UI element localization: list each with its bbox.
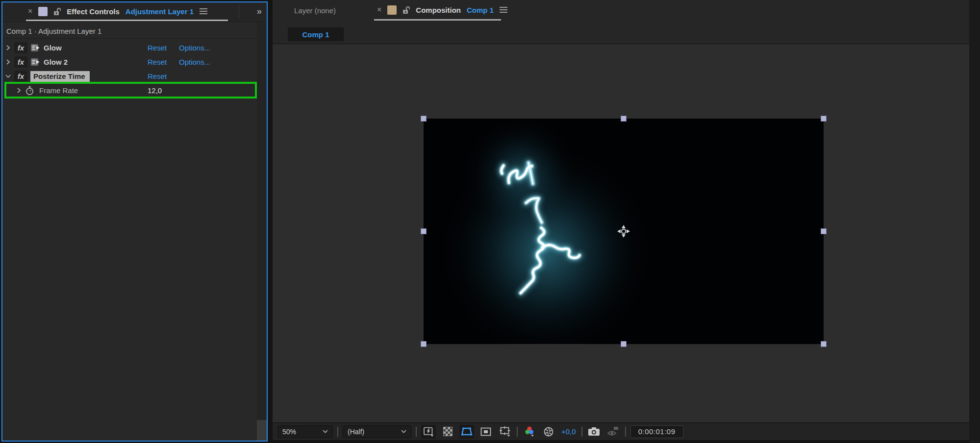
after-effects-window: × Effect Controls Adjustment Layer 1 » C… bbox=[0, 0, 980, 443]
mask-outline-icon bbox=[461, 427, 473, 437]
region-of-interest-button[interactable] bbox=[478, 425, 493, 439]
scrollbar-track[interactable] bbox=[257, 22, 267, 441]
twirl-right-icon[interactable] bbox=[1, 45, 14, 51]
viewer-tab-comp-1[interactable]: Comp 1 bbox=[288, 27, 344, 41]
tab-layer[interactable]: Layer (none) bbox=[294, 6, 336, 15]
effect-controls-tabbar: × Effect Controls Adjustment Layer 1 » bbox=[1, 1, 268, 22]
selection-handle-bottom-center[interactable] bbox=[621, 341, 627, 347]
toolbar-separator bbox=[581, 427, 582, 437]
resolution-value: (Half) bbox=[348, 428, 364, 436]
selection-handle-top-right[interactable] bbox=[821, 116, 827, 122]
toolbar-separator bbox=[517, 427, 518, 437]
twirl-right-icon[interactable] bbox=[1, 59, 14, 65]
options-link[interactable]: Options... bbox=[179, 44, 210, 52]
rgb-channels-icon bbox=[524, 426, 535, 437]
resolution-dropdown[interactable]: (Half) bbox=[343, 425, 411, 438]
magnification-value: 50% bbox=[282, 428, 296, 436]
unlock-icon[interactable] bbox=[53, 7, 61, 16]
panel-menu-icon[interactable] bbox=[500, 7, 507, 13]
composition-panel: Layer (none) × Composition Comp 1 Comp 1 bbox=[273, 0, 969, 440]
unlock-icon[interactable] bbox=[402, 6, 410, 14]
selection-handle-mid-right[interactable] bbox=[821, 228, 827, 234]
twirl-down-icon[interactable] bbox=[1, 74, 14, 78]
transparency-grid-button[interactable] bbox=[440, 425, 455, 439]
grid-guides-button[interactable] bbox=[498, 425, 512, 439]
viewer-toolbar: 50% (Half) bbox=[273, 422, 969, 440]
checkerboard-icon bbox=[443, 427, 452, 436]
panel-color-swatch bbox=[38, 7, 48, 16]
current-time-display[interactable]: 0:00:01:09 bbox=[630, 425, 683, 438]
reset-link[interactable]: Reset bbox=[148, 58, 167, 66]
effect-name[interactable]: Glow 2 bbox=[44, 58, 68, 66]
region-of-interest-icon bbox=[480, 427, 491, 436]
active-tab-underline bbox=[26, 20, 228, 21]
effect-controls-panel: × Effect Controls Adjustment Layer 1 » C… bbox=[1, 1, 268, 442]
active-tab-underline bbox=[374, 19, 501, 21]
selection-handle-mid-left[interactable] bbox=[421, 228, 427, 234]
tabbar-separator bbox=[239, 5, 239, 18]
effect-icon bbox=[30, 57, 40, 67]
eye-snapshot-icon bbox=[607, 426, 620, 437]
reset-link[interactable]: Reset bbox=[148, 72, 167, 80]
panel-target-comp: Comp 1 bbox=[467, 6, 494, 14]
panel-menu-icon[interactable] bbox=[200, 8, 207, 14]
selection-handle-bottom-left[interactable] bbox=[421, 341, 427, 347]
magnification-dropdown[interactable]: 50% bbox=[277, 425, 333, 438]
fast-preview-icon bbox=[423, 426, 434, 437]
fast-preview-button[interactable] bbox=[421, 425, 436, 439]
panel-overflow-button[interactable]: » bbox=[256, 6, 261, 17]
viewer-tabbar: Layer (none) × Composition Comp 1 Comp 1 bbox=[273, 0, 969, 44]
fx-toggle-icon[interactable]: fx bbox=[14, 56, 27, 68]
snapshot-button[interactable] bbox=[587, 425, 602, 439]
options-link[interactable]: Options... bbox=[179, 58, 210, 66]
window-edge-strip bbox=[969, 0, 980, 443]
tab-composition[interactable]: × Composition Comp 1 bbox=[374, 0, 510, 20]
close-icon[interactable]: × bbox=[377, 6, 381, 14]
selection-handle-bottom-right[interactable] bbox=[821, 341, 827, 347]
exposure-button[interactable] bbox=[541, 425, 556, 439]
composition-frame[interactable] bbox=[424, 119, 824, 344]
selection-handle-top-left[interactable] bbox=[421, 116, 427, 122]
panel-title: Effect Controls bbox=[67, 7, 120, 16]
viewer-pasteboard[interactable] bbox=[273, 44, 969, 422]
panel-target-layer: Adjustment Layer 1 bbox=[126, 7, 194, 16]
grid-guides-icon bbox=[499, 426, 511, 437]
effect-row-glow[interactable]: fx Glow Reset Options... bbox=[1, 41, 258, 55]
aperture-icon bbox=[543, 426, 554, 437]
panel-title: Composition bbox=[416, 6, 461, 14]
scrollbar-grip[interactable] bbox=[257, 420, 267, 441]
breadcrumb: Comp 1 · Adjustment Layer 1 bbox=[1, 24, 268, 39]
fx-toggle-icon[interactable]: fx bbox=[14, 42, 27, 53]
chevron-down-icon bbox=[323, 430, 328, 433]
toolbar-separator bbox=[337, 427, 338, 437]
panel-color-swatch bbox=[387, 5, 397, 15]
selection-handle-top-center[interactable] bbox=[621, 116, 627, 122]
anchor-point-icon[interactable] bbox=[617, 224, 630, 238]
effect-icon bbox=[30, 43, 40, 52]
exposure-value[interactable]: +0,0 bbox=[560, 427, 577, 436]
frame-rate-highlight-box bbox=[4, 82, 257, 98]
channel-settings-button[interactable] bbox=[522, 425, 537, 439]
fx-toggle-icon[interactable]: fx bbox=[14, 71, 27, 82]
effect-name[interactable]: Glow bbox=[44, 44, 62, 52]
mask-visibility-button[interactable] bbox=[459, 425, 474, 439]
effect-name-selected[interactable]: Posterize Time bbox=[30, 71, 90, 82]
chevron-down-icon bbox=[401, 430, 406, 433]
show-snapshot-button[interactable] bbox=[606, 425, 621, 439]
effect-row-posterize-time[interactable]: fx Posterize Time Reset bbox=[1, 69, 258, 83]
tab-effect-controls[interactable]: × Effect Controls Adjustment Layer 1 bbox=[26, 1, 209, 21]
effect-row-glow-2[interactable]: fx Glow 2 Reset Options... bbox=[1, 55, 258, 69]
reset-link[interactable]: Reset bbox=[148, 44, 167, 52]
close-icon[interactable]: × bbox=[28, 7, 32, 15]
camera-icon bbox=[588, 426, 600, 437]
toolbar-separator bbox=[625, 427, 626, 437]
toolbar-separator bbox=[416, 427, 417, 437]
